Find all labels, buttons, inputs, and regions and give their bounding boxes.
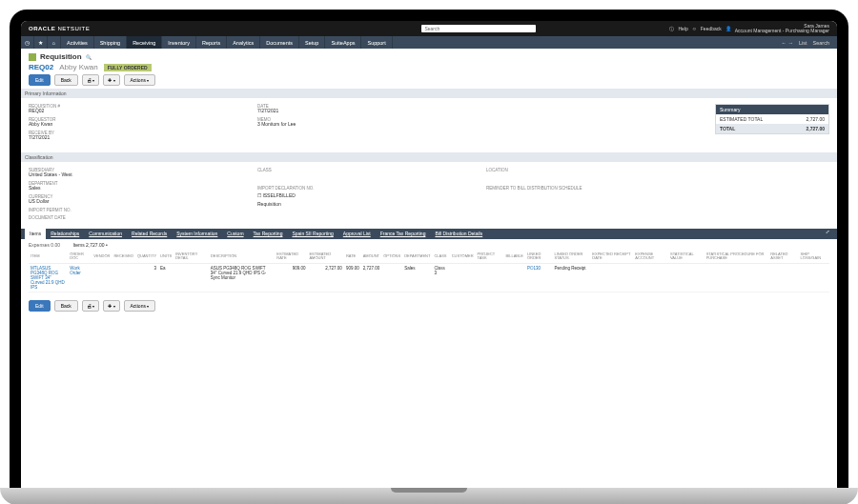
th-qty[interactable]: QUANTITY <box>135 251 158 263</box>
cell-orderdoc[interactable]: Work Order <box>68 263 92 292</box>
cell-proj <box>476 263 504 292</box>
tab-communication[interactable]: Communication <box>84 229 127 239</box>
th-asset[interactable]: RELATED ASSET <box>768 251 798 263</box>
nav-reports[interactable]: Reports <box>196 36 227 49</box>
th-class[interactable]: CLASS <box>432 251 449 263</box>
val-subsidiary: United States - West <box>29 172 257 178</box>
th-rate[interactable]: RATE <box>344 251 361 263</box>
tab-relationships[interactable]: Relationships <box>46 229 84 239</box>
th-shiploss[interactable]: SHIP LOSS/GAIN <box>799 251 829 263</box>
th-statval[interactable]: STATISTICAL VALUE <box>668 251 705 263</box>
help-icon[interactable]: ⓘ <box>669 26 674 31</box>
edit-button[interactable]: Edit <box>29 74 51 86</box>
feedback-icon[interactable]: ☺ <box>692 26 697 31</box>
expand-icon[interactable]: ⤢ <box>822 229 833 239</box>
nav-documents[interactable]: Documents <box>260 36 299 49</box>
nav-analytics[interactable]: Analytics <box>227 36 260 49</box>
tab-billdist[interactable]: Bill Distribution Details <box>430 229 487 239</box>
print-button[interactable]: 🖨 ▾ <box>82 74 99 86</box>
back-button[interactable]: Back <box>54 74 78 86</box>
print-button-bottom[interactable]: 🖨 ▾ <box>82 300 99 312</box>
val-memo: 3 Monitors for Lee <box>257 122 486 128</box>
actions-button-bottom[interactable]: Actions ▾ <box>124 300 156 312</box>
th-linked[interactable]: LINKED ORDER <box>525 251 553 263</box>
star-icon[interactable]: ★ <box>34 36 48 49</box>
th-vendor[interactable]: VENDOR <box>92 251 112 263</box>
nav-receiving[interactable]: Receiving <box>127 36 162 49</box>
tab-france[interactable]: France Tax Reporting <box>376 229 431 239</box>
help-link[interactable]: Help <box>678 26 687 31</box>
cell-linkedstat: Pending Receipt <box>552 263 590 292</box>
table-header-row: ITEM ORDER DOC VENDOR RECEIVED QUANTITY … <box>29 251 829 263</box>
brand-logo: ORACLE NETSUITE <box>29 26 90 31</box>
th-invdet[interactable]: INVENTORY DETAIL <box>174 251 209 263</box>
th-options[interactable]: OPTIONS <box>381 251 402 263</box>
global-search <box>421 25 536 32</box>
th-item[interactable]: ITEM <box>29 251 68 263</box>
val-dept: Sales <box>29 186 257 192</box>
th-desc[interactable]: DESCRIPTION <box>209 251 276 263</box>
search-input[interactable] <box>421 25 536 32</box>
content-area: Requisition 🔍 REQ02 Abby Kwan FULLY ORDE… <box>21 49 837 488</box>
nav-support[interactable]: Support <box>361 36 392 49</box>
more-button-bottom[interactable]: ✚ ▾ <box>103 300 119 312</box>
tab-custom[interactable]: Custom <box>222 229 248 239</box>
val-requestor: Abby Kwan <box>29 122 257 128</box>
th-estrate[interactable]: ESTIMATED RATE <box>275 251 307 263</box>
tab-items[interactable]: Items <box>25 229 46 239</box>
tab-tax[interactable]: Tax Reporting <box>249 229 288 239</box>
avatar-icon[interactable]: 👤 <box>725 26 731 31</box>
nav-suiteapps[interactable]: SuiteApps <box>325 36 361 49</box>
th-recdate[interactable]: EXPECTED RECEIPT DATE <box>590 251 633 263</box>
th-estamt[interactable]: ESTIMATED AMOUNT <box>307 251 343 263</box>
tab-approval[interactable]: Approval List <box>338 229 376 239</box>
status-badge: FULLY ORDERED <box>104 64 152 71</box>
th-bill[interactable]: BILLABLE <box>503 251 524 263</box>
laptop-base <box>0 488 858 504</box>
th-amount[interactable]: AMOUNT <box>361 251 382 263</box>
val-selfbilled: ☐ ISSELFBILLED <box>257 193 486 199</box>
nav-list[interactable]: List <box>799 40 807 46</box>
items-table: ITEM ORDER DOC VENDOR RECEIVED QUANTITY … <box>29 251 829 292</box>
cell-desc: ASUS PG348Q ROG SWIFT 34" Curved 21:9 QH… <box>209 263 276 292</box>
more-button[interactable]: ✚ ▾ <box>103 74 119 86</box>
cell-amount: 2,727.00 <box>361 263 382 292</box>
th-linkedstat[interactable]: LINKED ORDER STATUS <box>552 251 590 263</box>
cell-recdate <box>590 263 633 292</box>
th-expacct[interactable]: EXPENSE ACCOUNT <box>633 251 668 263</box>
user-role: Account Management - Purchasing Manager <box>735 29 829 34</box>
cell-linked[interactable]: PO130 <box>525 263 553 292</box>
th-dept[interactable]: DEPARTMENT <box>402 251 432 263</box>
home-icon[interactable]: ⌂ <box>48 36 61 49</box>
tab-sysinfo[interactable]: System Information <box>172 229 222 239</box>
actions-button[interactable]: Actions ▾ <box>124 74 156 86</box>
feedback-link[interactable]: Feedback <box>701 26 722 31</box>
user-area: ⓘHelp ☺Feedback 👤 Sara James Account Man… <box>669 24 829 34</box>
tab-related[interactable]: Related Records <box>127 229 172 239</box>
tab-spain[interactable]: Spain SII Reporting <box>287 229 337 239</box>
clock-icon[interactable]: ◷ <box>21 36 34 49</box>
nav-setup[interactable]: Setup <box>299 36 325 49</box>
nav-arrows[interactable]: ← → <box>781 40 793 46</box>
lbl-importdecl: IMPORT DECLARATION NO. <box>257 186 486 191</box>
nav-inventory[interactable]: Inventory <box>162 36 196 49</box>
nav-shipping[interactable]: Shipping <box>94 36 127 49</box>
summary-box: Summary ESTIMATED TOTAL2,727.00 TOTAL2,7… <box>715 104 829 134</box>
cell-units: Ea <box>158 263 174 292</box>
th-cust[interactable]: CUSTOMER <box>450 251 476 263</box>
th-units[interactable]: UNITS <box>158 251 174 263</box>
user-info: Sara James Account Management - Purchasi… <box>735 24 829 34</box>
table-row[interactable]: MTLASUS PG348Q ROG SWIFT 34" Curved 21:9… <box>29 263 829 292</box>
th-received[interactable]: RECEIVED <box>112 251 134 263</box>
edit-button-bottom[interactable]: Edit <box>29 300 51 312</box>
cell-bill <box>503 263 524 292</box>
cell-item[interactable]: MTLASUS PG348Q ROG SWIFT 34" Curved 21:9… <box>29 263 68 292</box>
nav-search[interactable]: Search <box>813 40 829 46</box>
th-orderdoc[interactable]: ORDER DOC <box>68 251 92 263</box>
magnify-icon[interactable]: 🔍 <box>86 54 92 60</box>
th-proj[interactable]: PROJECT TASK <box>476 251 504 263</box>
back-button-bottom[interactable]: Back <box>54 300 78 312</box>
nav-activities[interactable]: Activities <box>61 36 94 49</box>
th-statproc[interactable]: STATISTICAL PROCEDURE FOR PURCHASE <box>705 251 769 263</box>
page-title: Requisition <box>40 52 82 61</box>
